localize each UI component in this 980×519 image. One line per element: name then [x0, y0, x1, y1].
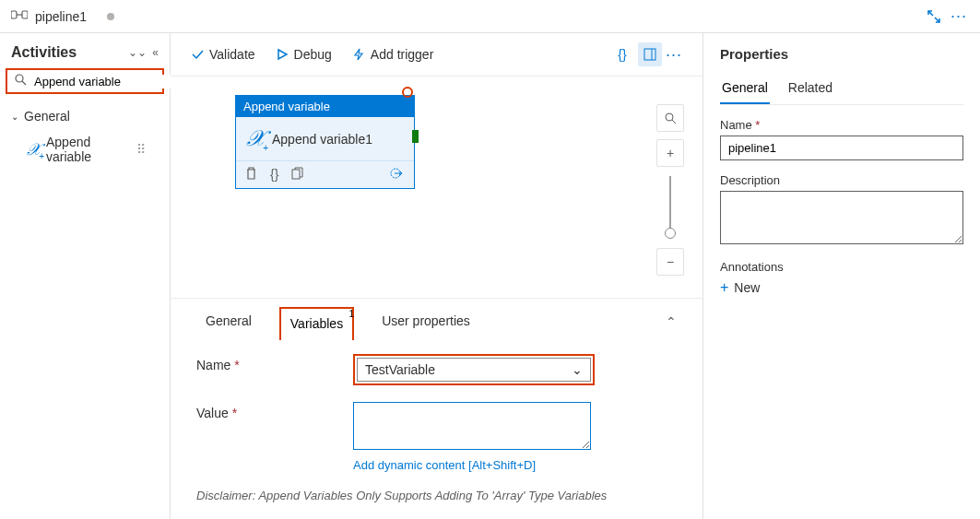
- props-tab-general[interactable]: General: [720, 75, 770, 104]
- props-name-label: Name: [720, 118, 752, 132]
- value-input[interactable]: [353, 402, 591, 450]
- output-icon[interactable]: [390, 167, 405, 183]
- svg-point-3: [16, 75, 23, 82]
- category-general[interactable]: ⌄ General: [6, 103, 164, 129]
- toolbar-more-icon[interactable]: ···: [666, 45, 682, 65]
- activities-panel: Activities ⌄⌄ « ⌄ General 𝒳+ Append vari…: [0, 33, 171, 519]
- variable-name-select[interactable]: TestVariable ⌄: [357, 358, 591, 382]
- svg-line-10: [672, 120, 676, 124]
- svg-line-4: [22, 81, 26, 85]
- activity-append-variable[interactable]: 𝒳+ Append variable ⠿: [6, 129, 164, 170]
- success-output-handle[interactable]: [412, 130, 419, 143]
- add-dynamic-content-link[interactable]: Add dynamic content [Alt+Shift+D]: [353, 458, 591, 472]
- add-trigger-button[interactable]: Add trigger: [352, 47, 433, 62]
- props-tab-related[interactable]: Related: [786, 75, 834, 104]
- tab-user-properties[interactable]: User properties: [372, 306, 479, 337]
- chevron-down-icon: ⌄: [11, 112, 18, 122]
- variable-icon: 𝒳+: [245, 126, 263, 151]
- search-input[interactable]: [6, 68, 164, 94]
- debug-button[interactable]: Debug: [276, 47, 332, 62]
- tab-variables[interactable]: Variables 1: [279, 307, 354, 340]
- validation-indicator: [402, 87, 413, 98]
- svg-rect-7: [292, 170, 300, 179]
- validate-button[interactable]: Validate: [191, 47, 255, 62]
- code-icon[interactable]: {}: [270, 167, 278, 183]
- delete-icon[interactable]: [245, 167, 257, 183]
- code-view-button[interactable]: {}: [610, 42, 634, 66]
- svg-rect-0: [11, 11, 17, 18]
- chevron-down-icon: ⌄: [572, 362, 583, 377]
- properties-panel: Properties General Related Name * Descri…: [703, 33, 980, 519]
- search-field[interactable]: [34, 75, 189, 88]
- search-icon: [15, 74, 27, 88]
- svg-point-9: [666, 113, 673, 121]
- tab-general[interactable]: General: [196, 306, 261, 337]
- pipeline-name-input[interactable]: [720, 136, 963, 160]
- collapse-panel-icon[interactable]: ⌃: [666, 314, 677, 329]
- variable-icon: 𝒳+: [26, 140, 39, 159]
- zoom-fit-button[interactable]: [656, 104, 684, 132]
- props-desc-label: Description: [720, 173, 963, 187]
- properties-toggle-button[interactable]: [638, 42, 662, 66]
- props-anno-label: Annotations: [720, 260, 963, 274]
- pipeline-canvas[interactable]: Append variable 𝒳+ Append variable1 {} +: [171, 77, 703, 298]
- new-annotation-button[interactable]: + New: [720, 279, 963, 296]
- properties-title: Properties: [720, 46, 963, 62]
- name-label: Name: [196, 358, 230, 372]
- pipeline-icon: [11, 8, 28, 25]
- pipeline-description-input[interactable]: [720, 191, 963, 244]
- value-label: Value: [196, 406, 229, 420]
- node-label: Append variable1: [272, 132, 372, 147]
- zoom-slider[interactable]: [669, 176, 671, 239]
- unsaved-indicator: [107, 13, 114, 20]
- zoom-out-button[interactable]: −: [656, 248, 684, 276]
- activities-title: Activities: [11, 44, 77, 61]
- tab-title[interactable]: pipeline1: [35, 9, 87, 24]
- more-icon[interactable]: ···: [950, 6, 967, 26]
- activity-node[interactable]: Append variable 𝒳+ Append variable1 {}: [235, 95, 415, 189]
- svg-rect-1: [22, 11, 28, 18]
- collapse-all-icon[interactable]: ⌄⌄: [128, 46, 147, 59]
- expand-icon[interactable]: [927, 9, 941, 24]
- drag-handle-icon[interactable]: ⠿: [136, 142, 144, 157]
- svg-rect-5: [644, 49, 655, 60]
- plus-icon: +: [720, 279, 728, 296]
- hide-panel-icon[interactable]: «: [152, 46, 159, 59]
- copy-icon[interactable]: [291, 167, 303, 183]
- disclaimer-text: Disclaimer: Append Variables Only Suppor…: [196, 489, 677, 502]
- zoom-in-button[interactable]: +: [656, 139, 684, 167]
- node-header: Append variable: [236, 96, 414, 117]
